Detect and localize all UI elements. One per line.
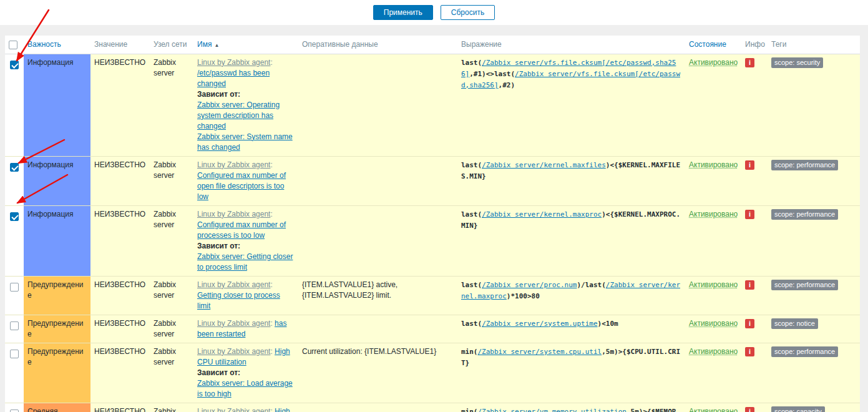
value-label: НЕИЗВЕСТНО (94, 58, 145, 67)
dependency-item: Zabbix server: Getting closer to process… (197, 252, 295, 273)
row-checkbox[interactable] (10, 350, 19, 358)
row-checkbox[interactable] (10, 410, 19, 412)
info-icon[interactable]: i (745, 347, 754, 356)
expression-cell: min(/Zabbix server/system.cpu.util,5m)>{… (457, 343, 685, 403)
severity-label: Информация (27, 210, 73, 218)
row-checkbox[interactable] (10, 283, 19, 292)
name-cell: Linux by Zabbix agent: Configured max nu… (193, 156, 298, 205)
trigger-link[interactable]: High (275, 407, 290, 412)
info-icon[interactable]: i (745, 160, 754, 170)
template-link[interactable]: Linux by Zabbix agent (197, 280, 270, 289)
tag-badge: scope: performance (771, 346, 838, 357)
tags-cell: scope: capacity (768, 403, 860, 412)
template-link[interactable]: Linux by Zabbix agent (197, 58, 270, 67)
expression-item-link[interactable]: /Zabbix server/kernel.maxproc (482, 210, 602, 218)
expression-text: )*100>80 (507, 292, 540, 300)
depends-on-label: Зависит от: (197, 368, 295, 378)
info-icon[interactable]: i (745, 280, 754, 290)
col-header-tags: Теги (768, 36, 860, 54)
value-label: НЕИЗВЕСТНО (94, 210, 145, 218)
template-link[interactable]: Linux by Zabbix agent (197, 407, 270, 412)
info-cell: i (741, 156, 768, 205)
dependency-link[interactable]: Zabbix server: Getting closer to process… (197, 252, 293, 272)
info-cell: i (741, 343, 768, 403)
value-cell: НЕИЗВЕСТНО (90, 276, 150, 315)
name-separator: : (270, 210, 272, 218)
checkbox-cell (5, 205, 24, 276)
info-icon[interactable]: i (745, 319, 754, 328)
trigger-link[interactable]: Getting closer to process limit (197, 291, 280, 310)
col-header-name[interactable]: Имя▲ (193, 36, 298, 54)
host-cell: Zabbix server (150, 403, 193, 412)
status-link[interactable]: Активировано (689, 407, 738, 412)
template-link[interactable]: Linux by Zabbix agent (197, 210, 270, 218)
row-checkbox[interactable] (10, 321, 19, 330)
col-header-severity[interactable]: Важность (24, 36, 90, 54)
template-link[interactable]: Linux by Zabbix agent (197, 160, 270, 169)
expression-item-link[interactable]: /Zabbix server/system.uptime (482, 320, 597, 328)
expression-item-link[interactable]: /Zabbix server/proc.num (482, 281, 577, 289)
severity-cell: Информация (24, 156, 90, 205)
host-label: Zabbix server (154, 347, 176, 366)
expression-text: last( (461, 320, 482, 328)
col-header-host: Узел сети (150, 36, 193, 54)
severity-label: Информация (27, 160, 73, 169)
status-link[interactable]: Активировано (689, 280, 738, 289)
name-cell: Linux by Zabbix agent: Getting closer to… (193, 276, 298, 315)
trigger-link[interactable]: Configured max number of open file descr… (197, 171, 286, 201)
name-cell: Linux by Zabbix agent: Configured max nu… (193, 205, 298, 276)
status-link[interactable]: Активировано (689, 347, 738, 356)
expression-text: last( (461, 281, 482, 289)
select-all-checkbox[interactable] (9, 41, 17, 49)
status-link[interactable]: Активировано (689, 319, 738, 328)
trigger-link[interactable]: /etc/passwd has been changed (197, 69, 270, 88)
template-link[interactable]: Linux by Zabbix agent (197, 319, 270, 328)
col-header-label: Теги (771, 40, 786, 49)
tag-badge: scope: notice (771, 318, 818, 329)
info-icon[interactable]: i (745, 210, 754, 219)
expression-item-link[interactable]: /Zabbix server/system.cpu.util (478, 348, 602, 356)
host-label: Zabbix server (154, 58, 176, 77)
row-checkbox[interactable] (10, 163, 19, 172)
expression-item-link[interactable]: /Zabbix server/kernel.maxfiles (482, 161, 606, 169)
dependency-link[interactable]: Zabbix server: System name has changed (197, 132, 293, 152)
row-checkbox[interactable] (10, 212, 19, 221)
expression-text: min( (461, 408, 478, 412)
severity-cell: Предупреждение (24, 276, 90, 315)
col-header-status[interactable]: Состояние (685, 36, 741, 54)
col-header-expression: Выражение (457, 36, 685, 54)
status-link[interactable]: Активировано (689, 58, 738, 67)
host-cell: Zabbix server (150, 276, 193, 315)
col-header-opdata: Оперативные данные (298, 36, 457, 54)
dependency-link[interactable]: Zabbix server: Operating system descript… (197, 101, 280, 130)
trigger-link[interactable]: Configured max number of processes is to… (197, 220, 286, 240)
severity-cell: Предупреждение (24, 315, 90, 343)
apply-button[interactable]: Применить (373, 5, 433, 20)
trigger-table-body: ИнформацияНЕИЗВЕСТНОZabbix serverLinux b… (5, 54, 860, 412)
value-label: НЕИЗВЕСТНО (94, 347, 145, 356)
table-header-row: ВажностьЗначениеУзел сетиИмя▲Оперативные… (5, 36, 860, 54)
dependency-item: Zabbix server: Load average is too high (197, 378, 295, 400)
reset-button[interactable]: Сбросить (441, 5, 495, 20)
dependency-item: Zabbix server: System name has changed (197, 132, 295, 153)
severity-label: Предупреждение (27, 347, 83, 366)
expression-item-link[interactable]: /Zabbix server/vm.memory.utilization (478, 408, 627, 412)
expression-text: last( (461, 210, 482, 218)
status-link[interactable]: Активировано (689, 160, 738, 169)
trigger-table-container: ВажностьЗначениеУзел сетиИмя▲Оперативные… (5, 36, 860, 412)
info-icon[interactable]: i (745, 407, 754, 412)
info-icon[interactable]: i (745, 58, 754, 67)
template-link[interactable]: Linux by Zabbix agent (197, 347, 270, 356)
row-checkbox[interactable] (10, 61, 19, 69)
depends-on-label: Зависит от: (197, 89, 295, 100)
dependency-link[interactable]: Zabbix server: Load average is too high (197, 379, 293, 398)
host-cell: Zabbix server (150, 343, 193, 403)
table-row: СредняяНЕИЗВЕСТНОZabbix serverLinux by Z… (5, 403, 860, 412)
checkbox-cell (5, 156, 24, 205)
expression-cell: min(/Zabbix server/vm.memory.utilization… (457, 403, 685, 412)
name-separator: : (270, 58, 272, 67)
expression-text: ,#2) (499, 81, 515, 89)
name-cell: Linux by Zabbix agent: High CPU utilizat… (193, 343, 298, 403)
status-link[interactable]: Активировано (689, 210, 738, 218)
tags-cell: scope: security (768, 54, 860, 156)
